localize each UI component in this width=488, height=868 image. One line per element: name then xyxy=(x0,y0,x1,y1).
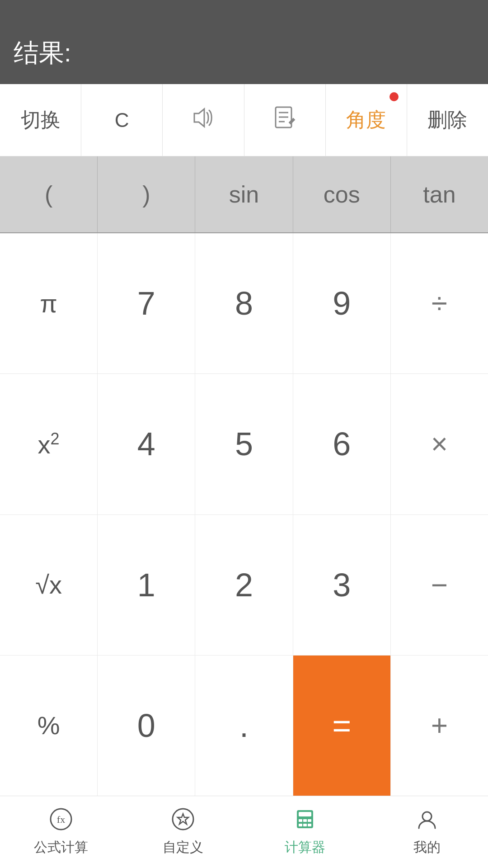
svg-rect-13 xyxy=(299,824,302,826)
calculator-icon xyxy=(293,807,317,835)
switch-button[interactable]: 切换 xyxy=(0,84,81,156)
speaker-icon xyxy=(191,105,216,135)
key-8[interactable]: 8 xyxy=(195,233,293,373)
nav-calculator-label: 计算器 xyxy=(285,838,325,857)
svg-marker-7 xyxy=(178,814,188,824)
key-1[interactable]: 1 xyxy=(98,515,195,655)
square-label: x2 xyxy=(38,429,60,459)
square-button[interactable]: x2 xyxy=(0,374,98,514)
key-8-label: 8 xyxy=(235,285,253,322)
divide-button[interactable]: ÷ xyxy=(391,233,488,373)
key-4-label: 4 xyxy=(137,425,155,462)
decimal-button[interactable]: . xyxy=(195,656,293,796)
sin-label: sin xyxy=(229,181,259,208)
key-1-label: 1 xyxy=(137,566,155,604)
tan-button[interactable]: tan xyxy=(391,156,488,232)
status-bar xyxy=(0,0,488,27)
key-3[interactable]: 3 xyxy=(293,515,391,655)
key-0-label: 0 xyxy=(137,707,155,744)
equals-button[interactable]: = xyxy=(293,656,391,796)
tan-label: tan xyxy=(423,181,455,208)
angle-label: 角度 xyxy=(346,107,386,133)
key-2-label: 2 xyxy=(235,566,253,604)
key-9[interactable]: 9 xyxy=(293,233,391,373)
close-paren-button[interactable]: ) xyxy=(98,156,195,232)
clear-button[interactable]: C xyxy=(81,84,163,156)
pi-button[interactable]: π xyxy=(0,233,98,373)
nav-custom-label: 自定义 xyxy=(163,838,203,857)
result-label: 结果: xyxy=(14,36,71,71)
key-6[interactable]: 6 xyxy=(293,374,391,514)
svg-rect-11 xyxy=(303,819,307,822)
key-5-label: 5 xyxy=(235,425,253,462)
key-7[interactable]: 7 xyxy=(98,233,195,373)
svg-point-6 xyxy=(173,809,193,830)
subtract-button[interactable]: − xyxy=(391,515,488,655)
cos-button[interactable]: cos xyxy=(293,156,391,232)
percent-button[interactable]: % xyxy=(0,656,98,796)
angle-button[interactable]: 角度 xyxy=(326,84,407,156)
formula-icon: fx xyxy=(49,807,73,835)
key-0[interactable]: 0 xyxy=(98,656,195,796)
clear-label: C xyxy=(115,109,129,132)
divide-label: ÷ xyxy=(432,287,447,320)
keypad: π 7 8 9 ÷ x2 4 5 6 × xyxy=(0,233,488,796)
open-paren-button[interactable]: ( xyxy=(0,156,98,232)
toolbar: 切换 C 角度 删除 xyxy=(0,84,488,156)
nav-custom[interactable]: 自定义 xyxy=(122,796,244,868)
key-5[interactable]: 5 xyxy=(195,374,293,514)
percent-label: % xyxy=(38,711,60,740)
cos-label: cos xyxy=(324,181,360,208)
key-4[interactable]: 4 xyxy=(98,374,195,514)
nav-profile[interactable]: 我的 xyxy=(366,796,488,868)
subtract-label: − xyxy=(431,568,448,602)
red-dot xyxy=(389,92,399,101)
open-paren-label: ( xyxy=(45,181,52,208)
pi-label: π xyxy=(40,289,57,318)
add-label: + xyxy=(431,709,448,742)
scientific-row: ( ) sin cos tan xyxy=(0,156,488,233)
key-row-4: % 0 . = + xyxy=(0,656,488,796)
svg-rect-10 xyxy=(299,819,302,822)
note-icon xyxy=(273,105,296,135)
svg-rect-15 xyxy=(308,824,311,826)
bottom-nav: fx 公式计算 自定义 计算器 xyxy=(0,796,488,868)
sqrt-button[interactable]: √x xyxy=(0,515,98,655)
svg-rect-9 xyxy=(299,812,311,816)
nav-formula-label: 公式计算 xyxy=(34,838,88,857)
sin-button[interactable]: sin xyxy=(195,156,293,232)
key-row-1: π 7 8 9 ÷ xyxy=(0,233,488,374)
nav-profile-label: 我的 xyxy=(413,838,441,857)
key-7-label: 7 xyxy=(137,285,155,322)
delete-button[interactable]: 删除 xyxy=(407,84,488,156)
svg-rect-12 xyxy=(308,819,311,822)
profile-icon xyxy=(415,807,439,835)
sqrt-label: √x xyxy=(35,570,62,599)
key-9-label: 9 xyxy=(333,285,351,322)
key-row-2: x2 4 5 6 × xyxy=(0,374,488,514)
svg-point-16 xyxy=(422,812,432,821)
svg-rect-14 xyxy=(303,824,307,826)
speaker-button[interactable] xyxy=(163,84,244,156)
multiply-label: × xyxy=(431,427,448,461)
close-paren-label: ) xyxy=(142,181,150,208)
equals-label: = xyxy=(332,707,351,744)
delete-label: 删除 xyxy=(427,107,467,133)
key-3-label: 3 xyxy=(333,566,351,604)
result-area: 结果: xyxy=(0,27,488,84)
nav-calculator[interactable]: 计算器 xyxy=(244,796,366,868)
note-button[interactable] xyxy=(244,84,326,156)
key-2[interactable]: 2 xyxy=(195,515,293,655)
decimal-label: . xyxy=(239,707,249,744)
switch-label: 切换 xyxy=(21,107,61,133)
key-6-label: 6 xyxy=(333,425,351,462)
multiply-button[interactable]: × xyxy=(391,374,488,514)
nav-formula[interactable]: fx 公式计算 xyxy=(0,796,122,868)
custom-icon xyxy=(171,807,195,835)
add-button[interactable]: + xyxy=(391,656,488,796)
key-row-3: √x 1 2 3 − xyxy=(0,515,488,656)
svg-text:fx: fx xyxy=(57,814,65,825)
